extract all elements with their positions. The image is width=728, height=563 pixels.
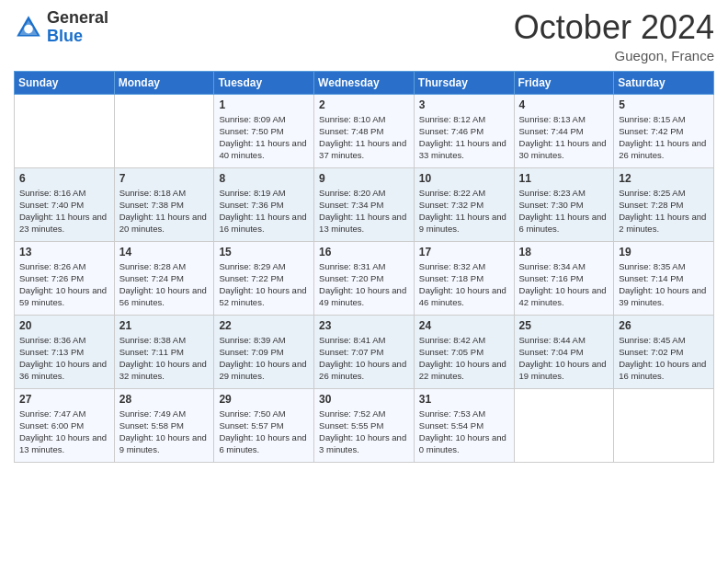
day-cell: 14Sunrise: 8:28 AMSunset: 7:24 PMDayligh… [114,241,214,315]
title-block: October 2024 Guegon, France [514,9,714,63]
day-number: 1 [219,98,309,111]
day-number: 3 [419,98,509,111]
day-cell: 30Sunrise: 7:52 AMSunset: 5:55 PMDayligh… [314,388,415,462]
day-cell: 31Sunrise: 7:53 AMSunset: 5:54 PMDayligh… [414,388,514,462]
header: General Blue October 2024 Guegon, France [14,9,714,63]
day-number: 10 [419,172,509,185]
day-number: 18 [519,246,609,259]
day-cell: 6Sunrise: 8:16 AMSunset: 7:40 PMDaylight… [15,167,115,241]
day-cell: 24Sunrise: 8:42 AMSunset: 7:05 PMDayligh… [414,315,514,388]
day-info: Sunrise: 8:42 AMSunset: 7:05 PMDaylight:… [419,334,509,383]
logo-blue-text: Blue [47,28,108,46]
day-number: 31 [419,393,509,406]
day-info: Sunrise: 8:20 AMSunset: 7:34 PMDaylight:… [319,187,409,236]
day-cell: 10Sunrise: 8:22 AMSunset: 7:32 PMDayligh… [414,167,514,241]
day-info: Sunrise: 8:45 AMSunset: 7:02 PMDaylight:… [619,334,709,383]
day-info: Sunrise: 8:09 AMSunset: 7:50 PMDaylight:… [219,113,309,162]
day-number: 22 [219,319,309,332]
col-friday: Friday [514,71,614,94]
day-number: 15 [219,246,309,259]
day-cell: 4Sunrise: 8:13 AMSunset: 7:44 PMDaylight… [514,94,614,167]
day-info: Sunrise: 8:35 AMSunset: 7:14 PMDaylight:… [619,260,709,309]
logo: General Blue [14,9,108,46]
day-number: 13 [19,246,109,259]
day-number: 19 [619,246,709,259]
day-info: Sunrise: 8:44 AMSunset: 7:04 PMDaylight:… [519,334,609,383]
day-info: Sunrise: 8:29 AMSunset: 7:22 PMDaylight:… [219,260,309,309]
day-info: Sunrise: 8:18 AMSunset: 7:38 PMDaylight:… [119,187,210,236]
day-info: Sunrise: 8:19 AMSunset: 7:36 PMDaylight:… [219,187,309,236]
day-info: Sunrise: 8:34 AMSunset: 7:16 PMDaylight:… [519,260,609,309]
day-info: Sunrise: 8:31 AMSunset: 7:20 PMDaylight:… [319,260,409,309]
day-number: 8 [219,172,309,185]
day-number: 12 [619,172,709,185]
day-cell: 15Sunrise: 8:29 AMSunset: 7:22 PMDayligh… [214,241,314,315]
day-cell: 17Sunrise: 8:32 AMSunset: 7:18 PMDayligh… [414,241,514,315]
day-number: 21 [119,319,210,332]
day-info: Sunrise: 7:49 AMSunset: 5:58 PMDaylight:… [119,408,210,456]
col-sunday: Sunday [15,71,115,94]
col-monday: Monday [114,71,214,94]
day-info: Sunrise: 8:28 AMSunset: 7:24 PMDaylight:… [119,260,210,309]
logo-icon [14,13,43,42]
col-tuesday: Tuesday [214,71,314,94]
day-number: 7 [119,172,210,185]
calendar-table: Sunday Monday Tuesday Wednesday Thursday… [14,71,714,463]
day-info: Sunrise: 8:22 AMSunset: 7:32 PMDaylight:… [419,187,509,236]
day-cell: 12Sunrise: 8:25 AMSunset: 7:28 PMDayligh… [614,167,714,241]
day-number: 26 [619,319,709,332]
day-cell: 21Sunrise: 8:38 AMSunset: 7:11 PMDayligh… [114,315,214,388]
day-info: Sunrise: 8:15 AMSunset: 7:42 PMDaylight:… [619,113,709,162]
location: Guegon, France [514,48,714,63]
day-number: 30 [319,393,409,406]
month-title: October 2024 [514,9,714,46]
day-cell: 5Sunrise: 8:15 AMSunset: 7:42 PMDaylight… [614,94,714,167]
day-number: 25 [519,319,609,332]
day-number: 28 [119,393,210,406]
day-info: Sunrise: 7:52 AMSunset: 5:55 PMDaylight:… [319,408,409,456]
day-cell [614,388,714,462]
day-info: Sunrise: 8:26 AMSunset: 7:26 PMDaylight:… [19,260,109,309]
day-number: 23 [319,319,409,332]
header-row: Sunday Monday Tuesday Wednesday Thursday… [15,71,714,94]
day-info: Sunrise: 8:32 AMSunset: 7:18 PMDaylight:… [419,260,509,309]
day-info: Sunrise: 8:16 AMSunset: 7:40 PMDaylight:… [19,187,109,236]
col-wednesday: Wednesday [314,71,415,94]
day-number: 17 [419,246,509,259]
week-row-4: 20Sunrise: 8:36 AMSunset: 7:13 PMDayligh… [15,315,714,388]
day-cell: 2Sunrise: 8:10 AMSunset: 7:48 PMDaylight… [314,94,415,167]
day-number: 24 [419,319,509,332]
day-cell [114,94,214,167]
day-cell: 16Sunrise: 8:31 AMSunset: 7:20 PMDayligh… [314,241,415,315]
day-info: Sunrise: 8:13 AMSunset: 7:44 PMDaylight:… [519,113,609,162]
day-cell: 9Sunrise: 8:20 AMSunset: 7:34 PMDaylight… [314,167,415,241]
day-number: 20 [19,319,109,332]
day-cell: 26Sunrise: 8:45 AMSunset: 7:02 PMDayligh… [614,315,714,388]
day-cell: 23Sunrise: 8:41 AMSunset: 7:07 PMDayligh… [314,315,415,388]
day-info: Sunrise: 8:41 AMSunset: 7:07 PMDaylight:… [319,334,409,383]
day-cell: 25Sunrise: 8:44 AMSunset: 7:04 PMDayligh… [514,315,614,388]
day-number: 6 [19,172,109,185]
week-row-2: 6Sunrise: 8:16 AMSunset: 7:40 PMDaylight… [15,167,714,241]
day-info: Sunrise: 7:50 AMSunset: 5:57 PMDaylight:… [219,408,309,456]
day-cell: 29Sunrise: 7:50 AMSunset: 5:57 PMDayligh… [214,388,314,462]
week-row-3: 13Sunrise: 8:26 AMSunset: 7:26 PMDayligh… [15,241,714,315]
day-cell: 8Sunrise: 8:19 AMSunset: 7:36 PMDaylight… [214,167,314,241]
week-row-5: 27Sunrise: 7:47 AMSunset: 6:00 PMDayligh… [15,388,714,462]
day-number: 14 [119,246,210,259]
day-info: Sunrise: 8:36 AMSunset: 7:13 PMDaylight:… [19,334,109,383]
day-cell: 18Sunrise: 8:34 AMSunset: 7:16 PMDayligh… [514,241,614,315]
day-cell: 7Sunrise: 8:18 AMSunset: 7:38 PMDaylight… [114,167,214,241]
day-info: Sunrise: 8:39 AMSunset: 7:09 PMDaylight:… [219,334,309,383]
day-cell: 28Sunrise: 7:49 AMSunset: 5:58 PMDayligh… [114,388,214,462]
day-cell: 20Sunrise: 8:36 AMSunset: 7:13 PMDayligh… [15,315,115,388]
day-info: Sunrise: 8:12 AMSunset: 7:46 PMDaylight:… [419,113,509,162]
svg-point-2 [24,25,33,34]
day-cell: 1Sunrise: 8:09 AMSunset: 7:50 PMDaylight… [214,94,314,167]
week-row-1: 1Sunrise: 8:09 AMSunset: 7:50 PMDaylight… [15,94,714,167]
col-saturday: Saturday [614,71,714,94]
day-cell: 3Sunrise: 8:12 AMSunset: 7:46 PMDaylight… [414,94,514,167]
day-info: Sunrise: 7:53 AMSunset: 5:54 PMDaylight:… [419,408,509,456]
day-cell: 19Sunrise: 8:35 AMSunset: 7:14 PMDayligh… [614,241,714,315]
day-cell: 22Sunrise: 8:39 AMSunset: 7:09 PMDayligh… [214,315,314,388]
